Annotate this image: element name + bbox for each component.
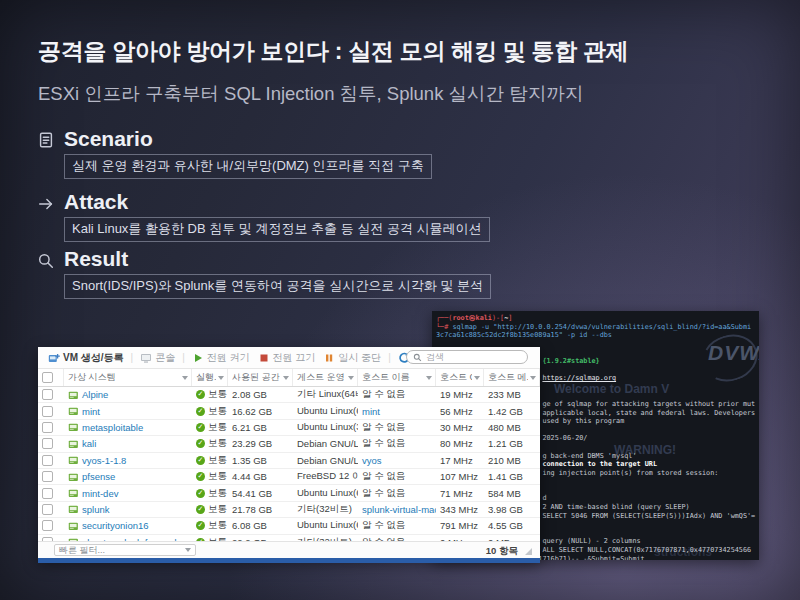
row-checkbox-cell [38,485,64,500]
power-off-button[interactable]: 전원 끄기 [258,351,316,365]
column-header-label: 가상 시스템 [68,371,116,384]
row-checkbox[interactable] [42,438,53,449]
search-input[interactable]: 검색 [406,350,528,364]
console-button[interactable]: 콘솔 [140,351,175,365]
suspend-button[interactable]: 일시 중단 [323,351,381,365]
vm-name-link[interactable]: mint-dev [82,488,118,499]
vm-host-cpu-cell: 17 MHz [436,453,484,468]
row-checkbox[interactable] [42,520,53,531]
select-all-checkbox[interactable] [42,372,53,383]
column-header-label: 호스트 메... [488,371,528,384]
column-header-1[interactable]: 가상 시스템 [64,369,192,386]
vm-icon [68,390,79,400]
vm-icon [68,439,79,449]
vm-guest-os-cell: Debian GNU/Linux... [293,436,358,451]
vm-host-mem-cell: 210 MB [484,453,540,468]
vm-name-link[interactable]: vyos-1-1.8 [82,455,126,466]
vm-host-mem-cell: 480 MB [484,420,540,435]
vm-status-cell: ✓보통 [192,518,228,533]
vm-space-cell: 1.35 GB [228,453,293,468]
sort-chevron-icon [348,376,354,380]
vm-space-cell: 54.41 GB [228,485,293,500]
vm-table-row[interactable]: pfsense✓보통4.44 GBFreeBSD 12 이상 ...알 수 없음… [38,469,540,485]
terminal-line: ┌──(root㉿kali)-[~] [436,314,759,323]
row-checkbox[interactable] [42,471,53,482]
vm-host-cpu-cell: 107 MHz [436,469,484,484]
vm-table-row[interactable]: Alpine✓보통2.08 GB기타 Linux(64비트)알 수 없음19 M… [38,387,540,403]
vm-table-row[interactable]: splunk✓보통21.78 GB기타(32비트)splunk-virtual-… [38,502,540,518]
vm-status-label: 보통 [208,454,227,467]
vm-space-cell: 4.44 GB [228,469,293,484]
row-checkbox[interactable] [42,488,53,499]
vm-status-label: 보통 [208,470,227,483]
vm-table-footer: 빠른 필터... 10 항목 [38,541,540,558]
sort-chevron-icon [426,376,432,380]
vm-hostname-label: 알 수 없음 [362,421,405,434]
section-desc-result: Snort(IDS/IPS)와 Splunk를 연동하여 공격을 실시간으로 시… [64,274,491,299]
resize-grip-icon[interactable] [525,548,532,555]
vm-guest-os-cell: Ubuntu Linux(64비... [293,403,358,418]
vm-name-link[interactable]: pfsense [82,471,115,482]
vm-hostname-label: 알 수 없음 [362,519,405,532]
vm-icon [68,406,79,416]
column-header-3[interactable]: 사용된 공간 [228,369,293,386]
magnifier-icon [37,252,55,270]
toolbar-separator: | [131,352,134,363]
status-ok-icon: ✓ [196,407,205,416]
vm-name-link[interactable]: mint [82,406,100,417]
vm-table-row[interactable]: mint-dev✓보통54.41 GBUbuntu Linux(64비...알 … [38,485,540,501]
search-placeholder: 검색 [426,351,444,364]
vm-hostname-link[interactable]: vyos [362,455,382,466]
vm-name-link[interactable]: Alpine [82,389,108,400]
vm-name-link[interactable]: splunk [82,504,109,515]
vm-space-cell: 6.08 GB [228,518,293,533]
vm-table-row[interactable]: securityonion16✓보통6.08 GBUbuntu Linux(64… [38,518,540,534]
vm-status-cell: ✓보통 [192,387,228,402]
toolbar-separator: | [388,352,391,363]
chevron-down-icon [185,548,191,552]
vm-icon [68,422,79,432]
row-checkbox[interactable] [42,455,53,466]
vm-status-label: 보통 [208,421,227,434]
column-header-label: 사용된 공간 [232,371,280,384]
vm-name-link[interactable]: kali [82,438,96,449]
toolbar-separator: | [182,352,185,363]
column-header-6[interactable]: 호스트 C... [436,369,484,386]
select-all-checkbox-cell[interactable] [38,369,64,386]
vm-table-row[interactable]: metasploitable✓보통6.21 GBUbuntu Linux(32비… [38,420,540,436]
vm-hostname-link[interactable]: splunk-virtual-mac... [362,504,436,515]
vm-guest-os-cell: Ubuntu Linux(64비... [293,518,358,533]
vm-hostname-label: 알 수 없음 [362,388,405,401]
row-checkbox[interactable] [42,389,53,400]
power-on-button[interactable]: 전원 켜기 [192,351,250,365]
vm-hostname-cell: 알 수 없음 [358,387,436,402]
vm-hostname-label: 알 수 없음 [362,437,405,450]
vm-name-link[interactable]: securityonion16 [82,520,149,531]
quick-filter-dropdown[interactable]: 빠른 필터... [54,544,196,556]
row-checkbox[interactable] [42,504,53,515]
section-title-attack: Attack [64,190,128,214]
row-checkbox[interactable] [42,406,53,417]
vm-space-cell: 2.08 GB [228,387,293,402]
vm-table-row[interactable]: vyos-1-1.8✓보통1.35 GBDebian GNU/Linux...v… [38,453,540,469]
vm-name-link[interactable]: metasploitable [82,422,143,433]
status-ok-icon: ✓ [196,423,205,432]
column-header-7[interactable]: 호스트 메... [484,369,540,386]
power-off-button-label: 전원 끄기 [273,351,316,365]
vm-hostname-link[interactable]: mint [362,406,380,417]
vm-status-cell: ✓보통 [192,502,228,517]
vm-table-header: 가상 시스템실행...사용된 공간게스트 운영 체제호스트 이름호스트 C...… [38,369,540,387]
row-checkbox-cell [38,387,64,402]
vm-host-cpu-cell: 19 MHz [436,387,484,402]
column-header-5[interactable]: 호스트 이름 [358,369,436,386]
vm-host-mem-cell: 1.21 GB [484,436,540,451]
column-header-2[interactable]: 실행... [192,369,228,386]
esxi-vm-panel: VM 생성/등록|콘솔|전원 켜기전원 끄기일시 중단|새로 고침|작업 검색 … [38,347,540,561]
vm-table-row[interactable]: kali✓보통23.29 GBDebian GNU/Linux...알 수 없음… [38,436,540,452]
column-header-4[interactable]: 게스트 운영 체제 [293,369,358,386]
vm-table-row[interactable]: mint✓보통16.62 GBUbuntu Linux(64비...mint56… [38,403,540,419]
vm-create-button[interactable]: VM 생성/등록 [48,351,124,365]
vm-host-cpu-cell: 791 MHz [436,518,484,533]
vm-guest-os-cell: FreeBSD 12 이상 ... [293,469,358,484]
row-checkbox[interactable] [42,422,53,433]
